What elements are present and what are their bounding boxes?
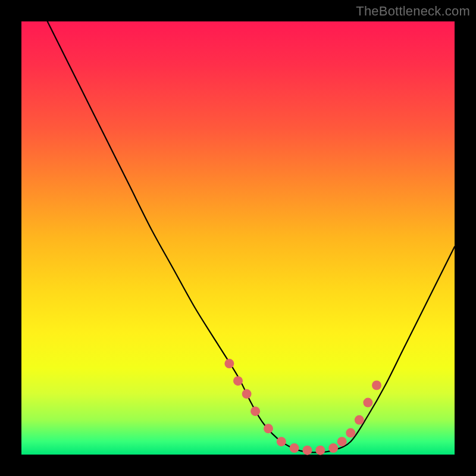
- marker-dot: [224, 359, 234, 368]
- marker-dot: [250, 406, 260, 416]
- plot-area: [21, 21, 455, 455]
- marker-dot: [328, 443, 338, 453]
- marker-dot: [233, 376, 243, 386]
- marker-dots-group: [224, 359, 381, 455]
- curve-svg: [21, 21, 455, 455]
- marker-dot: [346, 428, 355, 438]
- marker-dot: [242, 389, 252, 399]
- marker-dot: [372, 381, 381, 390]
- marker-dot: [363, 398, 372, 408]
- marker-dot: [303, 446, 312, 455]
- marker-dot: [264, 424, 273, 433]
- marker-dot: [315, 446, 325, 455]
- chart-frame: TheBottleneck.com: [0, 0, 476, 476]
- marker-dot: [277, 437, 286, 446]
- marker-dot: [290, 443, 299, 453]
- watermark-text: TheBottleneck.com: [356, 4, 470, 19]
- bottleneck-curve: [48, 21, 455, 452]
- marker-dot: [337, 437, 347, 446]
- marker-dot: [355, 415, 364, 425]
